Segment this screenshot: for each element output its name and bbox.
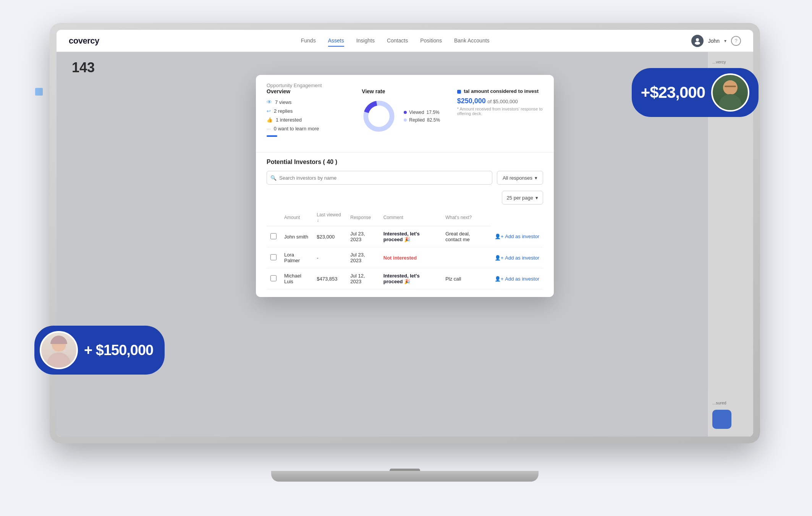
row3-comment: Plz call bbox=[442, 268, 491, 289]
app-logo: covercy bbox=[69, 36, 99, 46]
laptop-base bbox=[271, 471, 539, 482]
dots-icon: ··· bbox=[267, 126, 271, 131]
nav-items: Funds Assets Insights Contacts Positions… bbox=[115, 35, 676, 47]
row2-response: Not interested bbox=[380, 247, 442, 268]
replies-label: 2 replies bbox=[274, 108, 293, 114]
eye-icon: 👁 bbox=[267, 99, 272, 105]
user-name[interactable]: John bbox=[708, 38, 720, 44]
badge-right: +$23,000 bbox=[632, 68, 759, 117]
add-investor-icon-2: 👤+ bbox=[495, 255, 504, 261]
legend-viewed-label: Viewed bbox=[409, 110, 424, 115]
row1-response: Interested, let's proceed 🎉 bbox=[380, 226, 442, 247]
nav-positions[interactable]: Positions bbox=[420, 35, 442, 47]
opportunity-modal: Opportunity Engagement Overview bbox=[256, 75, 554, 297]
nav-contacts[interactable]: Contacts bbox=[387, 35, 408, 47]
overview-title: Overview bbox=[267, 88, 353, 94]
legend-dot-viewed bbox=[404, 111, 407, 114]
app-navbar: covercy Funds Assets Insights Contacts P… bbox=[57, 30, 753, 52]
row2-add-investor[interactable]: 👤+ Add as investor bbox=[495, 255, 539, 261]
help-icon[interactable]: ? bbox=[731, 36, 741, 46]
chevron-down-icon: ▾ bbox=[724, 38, 726, 44]
avatar-body bbox=[719, 94, 742, 110]
row1-add-investor[interactable]: 👤+ Add as investor bbox=[495, 234, 539, 239]
row1-checkbox[interactable] bbox=[270, 233, 277, 239]
row3-last-viewed: Jul 12, 2023 bbox=[346, 268, 380, 289]
question-mark: ? bbox=[734, 38, 737, 44]
stat-interested: 👍 1 interested bbox=[267, 117, 353, 123]
add-investor-icon-3: 👤+ bbox=[495, 276, 504, 282]
investors-header: Potential Investors ( 40 ) bbox=[267, 159, 543, 166]
nav-bank-accounts[interactable]: Bank Accounts bbox=[454, 35, 490, 47]
per-page-button[interactable]: 25 per page ▾ bbox=[502, 191, 543, 204]
row1-checkbox-cell bbox=[267, 226, 280, 247]
row1-name: John smith bbox=[280, 226, 313, 247]
investors-table: Amount Last viewed ↓ Response bbox=[267, 209, 543, 289]
row2-action: 👤+ Add as investor bbox=[491, 247, 543, 268]
donut-legend: Viewed 17.5% Replied 82.5% bbox=[404, 110, 440, 123]
row3-amount: $473,853 bbox=[313, 268, 346, 289]
col-amount: Amount bbox=[280, 209, 313, 226]
amount-of-total: of $5,000,000 bbox=[487, 99, 518, 104]
badge-right-avatar bbox=[711, 73, 749, 112]
search-wrapper: 🔍 bbox=[267, 171, 492, 185]
row1-action: 👤+ Add as investor bbox=[491, 226, 543, 247]
search-input[interactable] bbox=[267, 171, 492, 185]
modal-breadcrumb: Opportunity Engagement bbox=[256, 75, 554, 88]
row3-add-investor[interactable]: 👤+ Add as investor bbox=[495, 276, 539, 282]
per-page-label: 25 per page bbox=[507, 195, 533, 201]
row2-checkbox[interactable] bbox=[270, 254, 277, 260]
modal-divider bbox=[256, 152, 554, 153]
row1-response-text: Interested, let's proceed 🎉 bbox=[383, 231, 420, 242]
total-amount-section: tal amount considered to invest $250,000… bbox=[457, 88, 543, 137]
svg-point-1 bbox=[695, 42, 700, 45]
views-label: 7 views bbox=[275, 99, 291, 105]
filter-button[interactable]: All responses ▾ bbox=[497, 171, 543, 185]
row1-last-viewed: Jul 23, 2023 bbox=[346, 226, 380, 247]
donut-container: Viewed 17.5% Replied 82.5% bbox=[362, 99, 448, 133]
col-response: Response bbox=[346, 209, 380, 226]
blue-box-icon bbox=[457, 90, 461, 94]
user-avatar-nav[interactable] bbox=[691, 35, 704, 47]
overview-grid: Overview 👁 7 views ↩ bbox=[267, 88, 543, 137]
investors-title: Potential Investors bbox=[267, 159, 321, 165]
nav-insights[interactable]: Insights bbox=[356, 35, 375, 47]
stat-replies: ↩ 2 replies bbox=[267, 108, 353, 114]
interested-label: 1 interested bbox=[276, 117, 302, 123]
table-row: John smith $23,000 Jul 23, 2023 Interest… bbox=[267, 226, 543, 247]
row1-comment: Great deal, contact me bbox=[442, 226, 491, 247]
row2-checkbox-cell bbox=[267, 247, 280, 268]
nav-assets[interactable]: Assets bbox=[328, 35, 344, 47]
svg-point-0 bbox=[696, 38, 699, 41]
badge-right-amount: +$23,000 bbox=[641, 83, 705, 102]
col-whats-next: What's next? bbox=[442, 209, 491, 226]
row2-amount: - bbox=[313, 247, 346, 268]
badge-left-avatar bbox=[40, 331, 78, 369]
row2-name: Lora Palmer bbox=[280, 247, 313, 268]
nav-funds[interactable]: Funds bbox=[301, 35, 316, 47]
row3-checkbox-cell bbox=[267, 268, 280, 289]
nav-right: John ▾ ? bbox=[691, 35, 741, 47]
col-comment: Comment bbox=[380, 209, 442, 226]
amount-note: * Amount received from investors' respon… bbox=[457, 107, 543, 116]
table-row: Michael Luis $473,853 Jul 12, 2023 Inter… bbox=[267, 268, 543, 289]
avatar-body-woman bbox=[47, 352, 71, 368]
col-last-viewed[interactable]: Last viewed ↓ bbox=[313, 209, 346, 226]
row3-name: Michael Luis bbox=[280, 268, 313, 289]
modal-body: Potential Investors ( 40 ) 🔍 bbox=[256, 159, 554, 297]
reply-icon: ↩ bbox=[267, 108, 271, 114]
row3-checkbox[interactable] bbox=[270, 275, 277, 281]
legend-replied-label: Replied bbox=[409, 117, 425, 123]
avatar-glasses bbox=[725, 86, 736, 87]
legend-replied-value: 82.5% bbox=[427, 117, 440, 123]
per-page-chevron: ▾ bbox=[535, 195, 538, 201]
row1-amount: $23,000 bbox=[313, 226, 346, 247]
row3-response-text: Interested, let's proceed 🎉 bbox=[383, 273, 420, 284]
row2-comment bbox=[442, 247, 491, 268]
avatar-head bbox=[723, 80, 738, 95]
learn-more-label: 0 want to learn more bbox=[274, 126, 319, 131]
view-rate-section: View rate bbox=[362, 88, 448, 137]
investors-count: ( bbox=[323, 159, 325, 165]
overview-section: Overview 👁 7 views ↩ bbox=[267, 88, 353, 137]
legend-replied: Replied 82.5% bbox=[404, 117, 440, 123]
row3-action: 👤+ Add as investor bbox=[491, 268, 543, 289]
